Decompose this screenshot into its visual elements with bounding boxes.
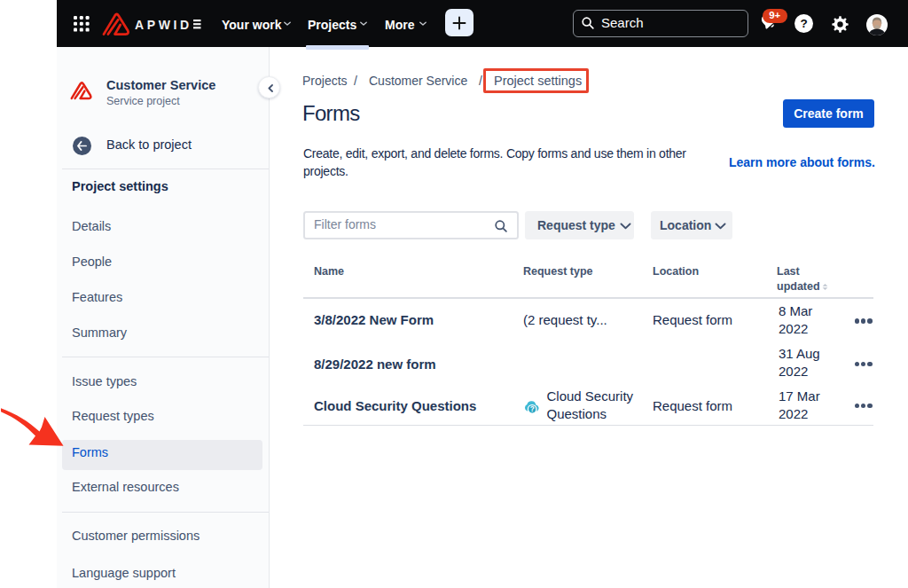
svg-text:?: ? bbox=[529, 405, 534, 413]
